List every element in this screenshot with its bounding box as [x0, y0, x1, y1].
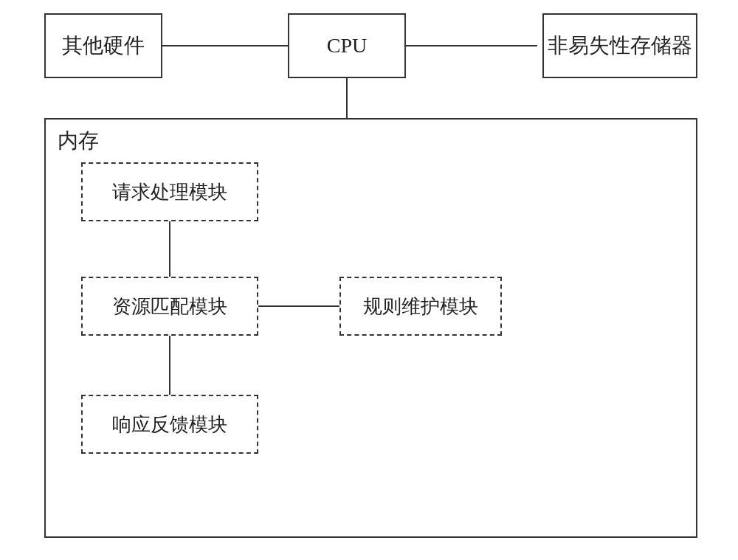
- connector-resource-rules: [258, 305, 339, 307]
- nvmem-label: 非易失性存储器: [548, 32, 692, 60]
- connector-cpu-nvmem: [406, 45, 537, 46]
- memory-label: 内存: [58, 127, 99, 155]
- box-rules-module: 规则维护模块: [339, 277, 502, 336]
- connector-cpu-memory: [346, 78, 348, 119]
- connector-hardware-cpu: [162, 45, 288, 46]
- box-nvmem: 非易失性存储器: [542, 13, 697, 78]
- box-response-module: 响应反馈模块: [81, 395, 258, 454]
- response-module-label: 响应反馈模块: [112, 412, 227, 438]
- diagram-container: 其他硬件 CPU 非易失性存储器 内存 请求处理模块 资源匹配模块 规则维护模块…: [0, 0, 738, 560]
- connector-resource-response: [169, 336, 170, 395]
- other-hardware-label: 其他硬件: [62, 32, 145, 60]
- resource-module-label: 资源匹配模块: [112, 294, 227, 319]
- connector-request-resource: [169, 221, 170, 277]
- rules-module-label: 规则维护模块: [363, 294, 478, 319]
- request-module-label: 请求处理模块: [112, 179, 227, 205]
- box-resource-module: 资源匹配模块: [81, 277, 258, 336]
- cpu-label: CPU: [327, 34, 367, 58]
- box-cpu: CPU: [288, 13, 406, 78]
- box-other-hardware: 其他硬件: [44, 13, 162, 78]
- box-request-module: 请求处理模块: [81, 162, 258, 221]
